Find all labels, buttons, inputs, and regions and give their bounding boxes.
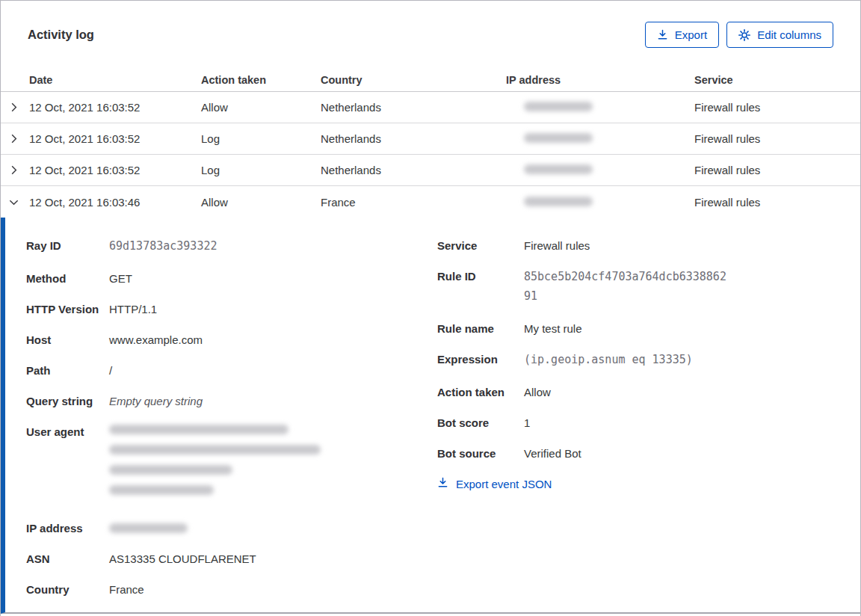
cell-date: 12 Oct, 2021 16:03:52 [29, 101, 201, 114]
ray-id-value: 69d13783ac393322 [109, 236, 315, 256]
detail-row-ray-id: Ray ID 69d13783ac393322 [26, 238, 437, 256]
cell-date: 12 Oct, 2021 16:03:52 [29, 164, 201, 176]
path-value: / [109, 363, 112, 378]
table-row-expanded[interactable]: 12 Oct, 2021 16:03:46 Allow France Firew… [1, 186, 860, 218]
chevron-right-icon[interactable] [1, 164, 29, 176]
cell-country: Netherlands [321, 164, 506, 176]
expression-value: (ip.geoip.asnum eq 13335) [524, 350, 729, 369]
edit-columns-button[interactable]: Edit columns [726, 22, 833, 48]
export-event-json-link[interactable]: Export event JSON [437, 477, 833, 490]
page-title: Activity log [28, 22, 94, 42]
detail-row-bot-score: Bot score 1 [437, 416, 833, 431]
column-header-action: Action taken [201, 74, 321, 86]
detail-row-action-taken: Action taken Allow [437, 385, 833, 400]
cell-date: 12 Oct, 2021 16:03:46 [29, 196, 201, 209]
export-button-label: Export [675, 28, 707, 41]
cell-country: Netherlands [321, 101, 506, 114]
redacted-user-agent-line [109, 425, 288, 434]
detail-column-right: Service Firewall rules Rule ID 85bce5b20… [437, 238, 833, 612]
action-taken-value: Allow [524, 385, 551, 400]
detail-row-user-agent: User agent [26, 425, 437, 505]
asn-value: AS13335 CLOUDFLARENET [109, 552, 256, 567]
rule-name-value: My test rule [524, 321, 582, 336]
redacted-ip-address [524, 197, 593, 206]
column-header-date: Date [29, 74, 201, 86]
cell-country: France [321, 196, 506, 209]
method-value: GET [109, 271, 132, 286]
redacted-ip-address [524, 102, 593, 111]
cell-service: Firewall rules [694, 101, 860, 114]
http-version-value: HTTP/1.1 [109, 302, 157, 317]
gear-icon [738, 29, 750, 41]
chevron-down-icon[interactable] [1, 197, 29, 208]
detail-row-bot-source: Bot source Verified Bot [437, 446, 833, 461]
detail-row-rule-id: Rule ID 85bce5b204cf4703a764dcb633886291 [437, 269, 833, 306]
export-event-json-label: Export event JSON [456, 478, 552, 490]
redacted-user-agent [109, 425, 321, 505]
detail-row-http-version: HTTP Version HTTP/1.1 [26, 302, 437, 317]
export-button[interactable]: Export [645, 22, 719, 48]
column-header-ip-address: IP address [506, 74, 694, 86]
country-value: France [109, 582, 144, 597]
table-row[interactable]: 12 Oct, 2021 16:03:52 Log Netherlands Fi… [1, 155, 860, 186]
detail-row-expression: Expression (ip.geoip.asnum eq 13335) [437, 352, 833, 369]
detail-row-method: Method GET [26, 271, 437, 286]
redacted-ip-address [109, 523, 188, 533]
redacted-ip-address [524, 133, 593, 143]
chevron-right-icon[interactable] [1, 133, 29, 144]
cell-service: Firewall rules [694, 164, 860, 176]
detail-row-asn: ASN AS13335 CLOUDFLARENET [26, 552, 437, 567]
activity-log-panel: Activity log Export Edit columns [0, 0, 861, 616]
service-value: Firewall rules [524, 238, 590, 253]
cell-service: Firewall rules [694, 132, 860, 145]
table-row[interactable]: 12 Oct, 2021 16:03:52 Log Netherlands Fi… [1, 123, 860, 155]
detail-row-host: Host www.example.com [26, 333, 437, 348]
redacted-user-agent-line [109, 445, 321, 455]
cell-action: Allow [201, 196, 321, 209]
redacted-user-agent-line [109, 465, 232, 475]
rule-id-value: 85bce5b204cf4703a764dcb633886291 [524, 267, 729, 306]
bot-source-value: Verified Bot [524, 446, 581, 461]
host-value: www.example.com [109, 333, 203, 348]
redacted-ip-address [524, 164, 593, 174]
column-header-service: Service [694, 74, 860, 86]
detail-row-ip-address: IP address [26, 521, 437, 536]
detail-column-left: Ray ID 69d13783ac393322 Method GET HTTP … [26, 238, 437, 612]
cell-country: Netherlands [321, 132, 506, 145]
detail-row-service: Service Firewall rules [437, 238, 833, 253]
cell-date: 12 Oct, 2021 16:03:52 [29, 132, 201, 145]
detail-row-query-string: Query string Empty query string [26, 394, 437, 409]
cell-service: Firewall rules [694, 196, 860, 209]
cell-action: Log [201, 164, 321, 176]
download-icon [657, 29, 668, 40]
bot-score-value: 1 [524, 416, 530, 431]
table-header: Date Action taken Country IP address Ser… [1, 68, 860, 92]
toolbar: Export Edit columns [645, 22, 833, 48]
download-icon [437, 477, 448, 490]
cell-action: Log [201, 132, 321, 145]
event-detail-panel: Ray ID 69d13783ac393322 Method GET HTTP … [1, 218, 860, 614]
detail-row-country: Country France [26, 582, 437, 597]
column-header-country: Country [321, 74, 506, 86]
table-row[interactable]: 12 Oct, 2021 16:03:52 Allow Netherlands … [1, 92, 860, 123]
query-string-value: Empty query string [109, 394, 203, 409]
chevron-right-icon[interactable] [1, 102, 29, 113]
topbar: Activity log Export Edit columns [1, 1, 860, 68]
redacted-user-agent-line [109, 485, 214, 495]
edit-columns-button-label: Edit columns [757, 28, 821, 41]
detail-row-rule-name: Rule name My test rule [437, 321, 833, 336]
cell-action: Allow [201, 101, 321, 114]
detail-row-path: Path / [26, 363, 437, 378]
